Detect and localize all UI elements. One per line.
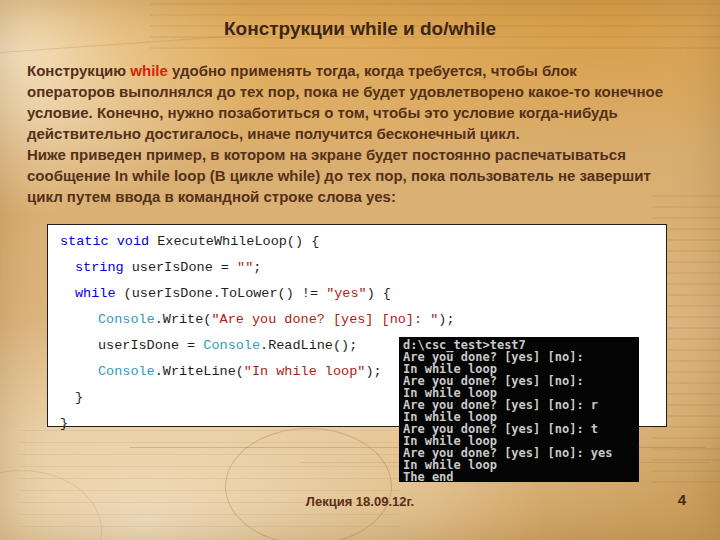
slide: Конструкции while и do/while Конструкцию… <box>0 0 720 540</box>
code-line: while (userIsDone.ToLower() != "yes") { <box>60 281 666 307</box>
code-line: Console.Write("Are you done? [yes] [no]:… <box>60 307 666 333</box>
body-line: Ниже приведен пример, в котором на экран… <box>27 144 717 165</box>
body-line: цикл путем ввода в командной строке слов… <box>27 186 717 207</box>
body-line: условие. Конечно, нужно позаботиться о т… <box>27 102 717 123</box>
body-line: сообщение In while loop (В цикле while) … <box>27 165 717 186</box>
code-line: static void ExecuteWhileLoop() { <box>60 229 666 255</box>
parchment-sketch-bottom-left <box>20 430 400 535</box>
body-text: Конструкцию while удобно применять тогда… <box>27 60 717 207</box>
console-window: d:\csc_test>test7Are you done? [yes] [no… <box>399 337 639 482</box>
while-keyword-highlight: while <box>130 62 168 79</box>
body-line: Конструкцию while удобно применять тогда… <box>27 60 717 81</box>
parchment-circle-sketch <box>225 428 392 540</box>
code-line: string userIsDone = ""; <box>60 255 666 281</box>
page-number: 4 <box>678 491 686 508</box>
body-line: операторов выполнялся до тех пор, пока н… <box>27 81 717 102</box>
console-line: The end <box>403 471 639 482</box>
body-line: действительно достигалось, иначе получит… <box>27 123 717 144</box>
footer-date: Лекция 18.09.12г. <box>0 494 720 509</box>
slide-title: Конструкции while и do/while <box>0 18 720 40</box>
